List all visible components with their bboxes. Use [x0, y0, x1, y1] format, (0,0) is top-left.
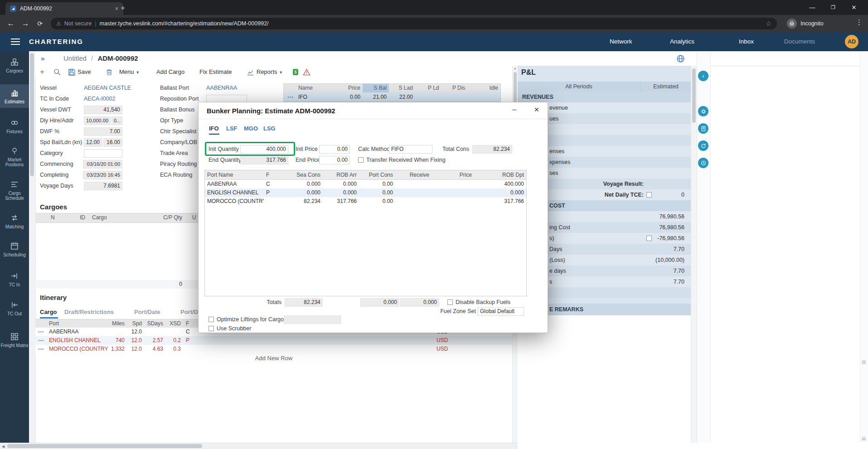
vessel-dwt-field[interactable]: 41,540	[84, 106, 122, 114]
end-quantity-field[interactable]: 317.766	[240, 156, 288, 164]
nav-network[interactable]: Network	[610, 32, 632, 51]
pnl-remarks-area[interactable]	[518, 315, 691, 443]
sidebar-item-freight-matrix[interactable]: Freight Matrix	[0, 327, 29, 352]
window-close-button[interactable]: ✕	[844, 0, 864, 15]
column-header[interactable]: Miles	[103, 319, 125, 328]
history-icon[interactable]	[698, 158, 708, 168]
browser-menu-icon[interactable]: ⋮	[856, 18, 863, 26]
column-header[interactable]: Spd	[128, 319, 142, 328]
scrollbar-thumb[interactable]	[30, 53, 34, 176]
document-icon[interactable]	[698, 123, 708, 134]
save-button[interactable]: Save	[78, 66, 91, 78]
row-menu-icon[interactable]: •••	[38, 328, 44, 336]
speed-ballast-field[interactable]: 12.00	[84, 138, 102, 147]
modal-minimize-icon[interactable]: –	[512, 105, 516, 114]
sidebar-item-cargo-schedule[interactable]: Cargo Schedule	[0, 178, 29, 203]
column-header[interactable]: Receive	[395, 170, 432, 179]
column-header[interactable]: Port Cons	[359, 170, 395, 179]
validation-warning-icon[interactable]	[303, 68, 310, 76]
sidebar-item-scheduling[interactable]: Scheduling	[0, 239, 29, 259]
column-header[interactable]: Cargo	[92, 213, 107, 222]
column-header[interactable]: U	[192, 213, 196, 222]
category-field[interactable]	[84, 149, 122, 158]
total-cons-field[interactable]: 82.234	[472, 145, 512, 154]
breadcrumb-parent[interactable]: Untitled	[63, 54, 87, 62]
calc-method-field[interactable]: FIFO	[389, 145, 432, 154]
itinerary-row[interactable]: ••• MOROCCO (COUNTRY 1,332 12.0 4.63 0.3…	[35, 345, 512, 353]
nav-inbox[interactable]: Inbox	[739, 32, 754, 51]
scroll-up-icon[interactable]: ▲	[514, 67, 517, 70]
tce-checkbox[interactable]	[646, 192, 652, 198]
column-header[interactable]: F	[264, 170, 277, 179]
sidebar-scrollbar[interactable]	[29, 51, 36, 443]
addr-field[interactable]: 0...	[112, 116, 122, 125]
forward-icon[interactable]: →	[18, 19, 33, 28]
fuel-tab-ifo[interactable]: IFO	[209, 125, 219, 132]
nav-analytics[interactable]: Analytics	[670, 32, 694, 51]
sidebar-item-cargoes[interactable]: Cargoes	[0, 55, 29, 75]
cost-checkbox[interactable]	[646, 236, 652, 241]
disable-backup-fuels-checkbox[interactable]	[447, 299, 453, 305]
column-header[interactable]: ROB Arr	[323, 170, 359, 179]
column-header[interactable]: C/P Qty	[149, 213, 182, 222]
init-price-field[interactable]: 0.00	[319, 145, 350, 154]
sidebar-item-estimates[interactable]: Estimates	[0, 84, 29, 108]
grid-row[interactable]: ENGLISH CHANNEL P 0.000 0.000 0.00 0.000	[205, 188, 526, 197]
scroll-marker-icon[interactable]: ▤	[862, 359, 866, 364]
add-new-row-button[interactable]: Add New Row	[35, 354, 512, 363]
grid-row[interactable]: AABENRAA C 0.000 0.000 0.00 400.000	[205, 180, 526, 188]
speed-laden-field[interactable]: 16.00	[103, 138, 122, 147]
add-icon[interactable]: +	[40, 66, 44, 78]
column-header[interactable]: Price	[432, 170, 474, 179]
globe-icon[interactable]	[676, 54, 685, 63]
fuel-tab-lsg[interactable]: LSG	[263, 125, 276, 132]
column-header[interactable]: P Dis	[441, 84, 468, 92]
column-header[interactable]: Sea Cons	[277, 170, 323, 179]
new-tab-button[interactable]: +	[121, 3, 125, 13]
row-menu-icon[interactable]: •••	[284, 93, 296, 101]
tc-in-code-value[interactable]: AECA-I0002	[84, 95, 115, 103]
tab-cargo[interactable]: Cargo	[40, 307, 57, 317]
fuel-tab-mgo[interactable]: MGO	[244, 125, 258, 132]
column-header[interactable]: F	[186, 319, 189, 328]
pnl-column-estimated[interactable]: Estimated	[640, 82, 691, 92]
scrollbar-thumb[interactable]	[7, 444, 202, 448]
settings-icon[interactable]	[698, 106, 708, 116]
fuel-tab-lsf[interactable]: LSF	[226, 125, 238, 132]
column-header[interactable]: XSD	[167, 319, 181, 328]
scroll-left-icon[interactable]: ◀	[2, 444, 5, 449]
browser-tab[interactable]: ADM-000992 ✕	[5, 2, 123, 15]
tab-draft-restrictions[interactable]: Draft/Restrictions	[64, 307, 114, 317]
tab-close-icon[interactable]: ✕	[115, 6, 119, 12]
ballast-port-value[interactable]: AABENRAA	[206, 84, 237, 92]
back-icon[interactable]: ←	[4, 19, 18, 28]
column-header[interactable]: Port Name	[205, 170, 264, 179]
fuel-zone-set-field[interactable]: Global Default	[478, 307, 524, 316]
column-header[interactable]: SDays	[146, 319, 163, 328]
commencing-field[interactable]: 03/16/20 01:00	[83, 160, 122, 169]
nav-documents[interactable]: Documents	[784, 32, 815, 51]
reload-icon[interactable]: ⟳	[33, 20, 47, 27]
fix-estimate-button[interactable]: Fix Estimate	[199, 66, 232, 78]
bookmark-star-icon[interactable]: ☆	[766, 20, 771, 27]
window-minimize-button[interactable]: —	[802, 0, 823, 15]
init-quantity-field[interactable]: 400.000	[240, 145, 288, 154]
sidebar-item-market-positions[interactable]: Market Positions	[0, 144, 29, 169]
pnl-column-all-periods[interactable]: All Periods	[518, 82, 640, 92]
bunker-grid-row[interactable]: ••• IFO 0.00 21.00 22.00	[283, 92, 501, 102]
column-header[interactable]: Idle	[467, 84, 500, 92]
column-header[interactable]: ROB Dpt	[474, 170, 526, 179]
horizontal-scrollbar[interactable]: ◀	[0, 443, 518, 449]
reports-button[interactable]: Reports ▼	[257, 66, 283, 79]
scroll-marker-icon[interactable]: ▤	[862, 436, 866, 441]
transfer-received-checkbox[interactable]	[358, 157, 364, 163]
vessel-value[interactable]: AEGEAN CASTLE	[84, 84, 131, 92]
save-icon[interactable]	[68, 68, 75, 76]
column-header[interactable]: S Lad	[389, 84, 415, 92]
itinerary-row[interactable]: ••• ENGLISH CHANNEL 740 12.0 2.57 0.2 P …	[35, 336, 512, 345]
menu-button[interactable]: Menu ▼	[119, 66, 140, 79]
optimize-cargo-field[interactable]	[284, 315, 341, 324]
dwf-field[interactable]: 7.00	[84, 127, 122, 136]
use-scrubber-checkbox[interactable]	[209, 326, 214, 331]
optimize-liftings-checkbox[interactable]	[209, 317, 214, 322]
